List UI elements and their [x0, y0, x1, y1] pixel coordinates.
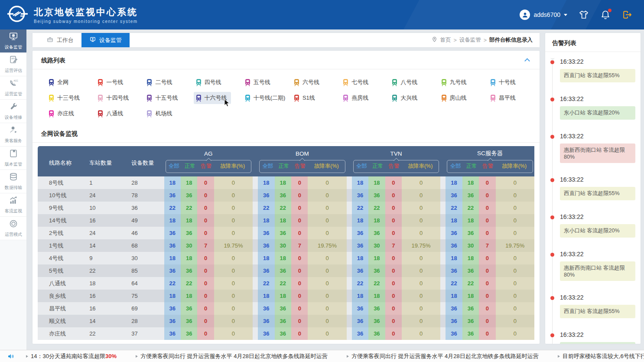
collapse-chevron-up-icon[interactable]: [524, 58, 530, 64]
alarm-item[interactable]: 16:33:22 东小口站 客流超限20%: [560, 95, 635, 120]
train-line-icon: [294, 95, 299, 102]
tab-bar: 工作台 设备监管 首页 设备监管 部件台帐信息录入: [33, 33, 540, 47]
col-header-devices: 设备数量: [120, 146, 164, 176]
line-chip[interactable]: 四号线: [192, 75, 241, 90]
line-chip[interactable]: 机场线: [143, 106, 192, 121]
line-chip[interactable]: 十四号线: [94, 90, 143, 106]
line-chip[interactable]: 十六号线: [192, 90, 241, 106]
cell-line-name: 2号线: [38, 227, 78, 239]
sidebar-item-device-monitor[interactable]: 设备监管: [0, 29, 26, 53]
line-label: 十四号线: [106, 94, 129, 102]
line-label: 七号线: [351, 78, 368, 86]
line-chip[interactable]: 七号线: [339, 75, 388, 90]
train-line-icon: [49, 110, 54, 117]
table-row[interactable]: 8号线 1 28 181800 181800 181800 181800: [38, 176, 534, 189]
alarm-dot-icon: [550, 98, 554, 101]
alarm-item[interactable]: 16:33:22 东小口站 客流超限20%: [560, 213, 635, 238]
table-row[interactable]: 1号线 14 68 3630719.75% 3630719.75% 363071…: [38, 239, 534, 252]
table-row[interactable]: 4号线 9 30 181800 181800 181800 181800: [38, 252, 534, 264]
alarm-item[interactable]: 16:33:22 西直门站 客流超限55%: [560, 58, 635, 82]
line-chip[interactable]: 亦庄线: [45, 106, 94, 121]
tab-workbench[interactable]: 工作台: [39, 33, 81, 47]
line-chip[interactable]: 大兴线: [388, 90, 437, 106]
user-menu[interactable]: adds6700: [520, 10, 567, 20]
line-chip[interactable]: 八通线: [94, 106, 143, 121]
device-panel-title: 全网设备监视: [41, 130, 78, 138]
line-chip[interactable]: 十五号线: [143, 90, 192, 106]
sidebar-item-passenger-service[interactable]: 乘客服务: [0, 123, 26, 147]
acc-phone-icon: ACC: [8, 78, 19, 89]
col-header-line: 线路名称: [38, 146, 78, 176]
table-row[interactable]: 5号线 22 85 363600 363600 363600 363600: [38, 264, 534, 277]
sidebar-item-operation-mode[interactable]: 运营模式: [0, 217, 26, 240]
alarm-message-badge: 西直门站 客流超限55%: [560, 187, 635, 200]
alarm-message-badge: 东小口站 客流超限20%: [560, 342, 635, 344]
line-chip[interactable]: 六号线: [290, 75, 339, 90]
table-row[interactable]: 10号线 24 78 363600 363600 363600 363600: [38, 189, 534, 202]
alarm-timestamp: 16:33:22: [560, 58, 635, 65]
line-chip[interactable]: 全网: [45, 75, 94, 90]
line-chip[interactable]: 燕房线: [339, 90, 388, 106]
line-label: 四号线: [205, 78, 221, 86]
tab-device-monitor[interactable]: 设备监管: [81, 33, 130, 47]
sidebar-item-equipment-repair[interactable]: 设备维修: [0, 100, 26, 123]
train-line-icon: [392, 79, 397, 86]
sidebar-item-passenger-flow[interactable]: 客流监视: [0, 193, 26, 217]
cell-devices: 68: [120, 239, 164, 252]
table-row[interactable]: 昌平线 16 69 363600 363600 363600 363600: [38, 302, 534, 315]
line-chip[interactable]: 二号线: [143, 75, 192, 90]
alarm-item[interactable]: 16:33:22 惠新西街南口站 客流超限80%: [560, 251, 635, 281]
sidebar-item-data-transfer[interactable]: 数据传输: [0, 170, 26, 193]
line-chip[interactable]: 八号线: [388, 75, 437, 90]
table-row[interactable]: 9号线 10 36 222200 222200 222200 222200: [38, 202, 534, 214]
breadcrumb-home[interactable]: 首页: [440, 36, 451, 44]
line-label: 九号线: [450, 78, 467, 86]
cell-stations: 24: [78, 189, 120, 202]
alarm-dot-icon: [550, 215, 554, 219]
train-line-icon: [392, 95, 397, 102]
cell-line-name: 亦庄线: [38, 327, 78, 340]
train-line-icon: [146, 79, 152, 86]
main-column: 工作台 设备监管 首页 设备监管 部件台帐信息录入: [27, 29, 545, 350]
line-label: 六号线: [302, 78, 319, 86]
theme-skin-icon[interactable]: [579, 10, 589, 20]
table-row[interactable]: 2号线 24 46 363600 363600 363600 363600: [38, 227, 534, 239]
table-row[interactable]: 14号线 16 49 181800 181800 181800 181800: [38, 214, 534, 227]
sidebar-item-operation-evaluation[interactable]: AFC 运营评估: [0, 53, 26, 76]
line-label: 五号线: [254, 78, 270, 86]
line-chip[interactable]: 十三号线: [45, 90, 94, 106]
alarm-dot-icon: [550, 253, 554, 257]
alarm-item[interactable]: 16:33:22 东小口站 客流超限20%: [560, 331, 635, 344]
table-row[interactable]: 良乡线 16 75 181800 181800 181800 181800: [38, 290, 534, 302]
line-label: 八通线: [106, 110, 123, 117]
cell-devices: 78: [120, 189, 164, 202]
breadcrumb-separator: [453, 37, 456, 43]
alarm-panel-header: 告警列表: [545, 33, 641, 52]
alarm-item[interactable]: 16:33:22 西直门站 客流超限55%: [560, 294, 635, 318]
line-chip[interactable]: 十号线: [486, 75, 535, 90]
line-chip[interactable]: 五号线: [241, 75, 290, 90]
alarm-item[interactable]: 16:33:22 西直门站 客流超限55%: [560, 176, 635, 200]
line-chip[interactable]: 一号线: [94, 75, 143, 90]
line-chip[interactable]: 房山线: [437, 90, 486, 106]
alarm-item[interactable]: 16:33:22 惠新西街南口站 客流超限80%: [560, 133, 635, 163]
table-row[interactable]: 亦庄线 22 37 363600 363600 363600 363600: [38, 327, 534, 340]
cell-line-name: 4号线: [38, 252, 78, 264]
line-chip[interactable]: 昌平线: [486, 90, 535, 106]
cell-line-name: 昌平线: [38, 302, 78, 315]
line-chip[interactable]: 十号线(二期): [241, 90, 290, 106]
table-row[interactable]: 八通线 18 64 222200 222200 222200 222200: [38, 277, 534, 290]
sidebar-item-version-supervision[interactable]: 版本监管: [0, 147, 26, 170]
logout-icon[interactable]: [622, 10, 633, 20]
line-label: 昌平线: [499, 94, 516, 102]
line-chip[interactable]: S1线: [290, 90, 339, 106]
sidebar-item-operation-supervision[interactable]: ACC 运营监管: [0, 76, 26, 100]
breadcrumb-section[interactable]: 设备监管: [459, 36, 481, 44]
alarm-timestamp: 16:33:22: [560, 133, 635, 140]
cell-devices: 36: [120, 202, 164, 214]
line-label: 全网: [57, 78, 68, 86]
notifications-bell-icon[interactable]: [600, 10, 611, 20]
table-row[interactable]: 顺义线 14 28 363600 363600 363600 363600: [38, 315, 534, 327]
train-line-icon: [196, 95, 202, 102]
line-chip[interactable]: 九号线: [437, 75, 486, 90]
